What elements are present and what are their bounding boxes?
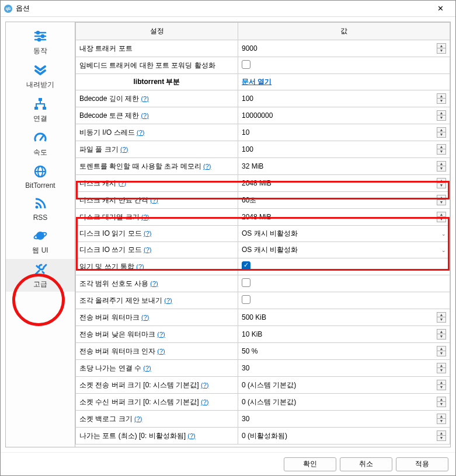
table-row: 디스크 캐시 (?)2048 MiB▲▼ [76, 175, 450, 192]
globe-icon [6, 164, 75, 180]
help-link[interactable]: (?) [119, 180, 126, 187]
spinner-buttons[interactable]: ▲▼ [437, 127, 446, 138]
spinner-buttons[interactable]: ▲▼ [437, 93, 446, 104]
svg-point-13 [36, 206, 39, 209]
spinner-buttons[interactable]: ▲▼ [437, 178, 446, 188]
help-link[interactable]: (?) [164, 297, 172, 304]
setting-value [238, 292, 450, 309]
help-link[interactable]: (?) [150, 280, 158, 287]
sidebar-item-label: 연결 [33, 114, 47, 123]
value-text[interactable]: 0 (비활성화됨) [242, 431, 287, 441]
spinner-buttons[interactable]: ▲▼ [437, 110, 446, 121]
sidebar-item-speed[interactable]: 속도 [6, 127, 75, 160]
value-text[interactable]: 0 (시스템 기본값) [242, 380, 296, 390]
value-text[interactable]: 32 MiB [242, 162, 263, 170]
value-text[interactable]: 9000 [242, 44, 257, 52]
apply-button[interactable]: 적용 [396, 457, 448, 471]
table-row: 전송 버퍼 낮은 워터마크 (?)10 KiB▲▼ [76, 326, 450, 343]
doc-link[interactable]: 문서 열기 [242, 78, 271, 86]
checkbox[interactable] [242, 60, 250, 69]
checkbox[interactable] [242, 261, 250, 270]
help-link[interactable]: (?) [203, 163, 211, 170]
svg-point-4 [41, 35, 44, 37]
sidebar-item-behavior[interactable]: 동작 [6, 26, 75, 58]
spinner-buttons[interactable]: ▲▼ [437, 329, 446, 340]
help-link[interactable]: (?) [157, 348, 165, 355]
chevron-down-icon[interactable]: ⌄ [441, 247, 446, 253]
setting-label: 디스크 캐시 만료 간격 (?) [76, 192, 238, 209]
value-text[interactable]: 30 [242, 415, 249, 423]
settings-panel: 설정 값 내장 트래커 포트9000▲▼임베디드 트래커에 대한 포트 포워딩 … [75, 22, 451, 447]
col-header-setting: 설정 [76, 23, 238, 40]
value-text[interactable]: 10 [242, 128, 249, 136]
table-row: 조각 범위 선호도 사용 (?) [76, 275, 450, 292]
help-link[interactable]: (?) [201, 398, 208, 405]
value-text[interactable]: 10000000 [242, 111, 273, 120]
close-icon[interactable]: ✕ [429, 4, 452, 13]
sidebar-item-webui[interactable]: 웹 UI [6, 225, 75, 258]
sidebar-item-advanced[interactable]: 고급 [6, 259, 75, 292]
value-text[interactable]: 500 KiB [242, 313, 266, 321]
help-link[interactable]: (?) [187, 432, 195, 439]
sidebar-item-label: 동작 [33, 47, 47, 55]
ok-button[interactable]: 확인 [284, 457, 336, 471]
sidebar-item-downloads[interactable]: 내려받기 [6, 60, 75, 92]
value-text[interactable]: 100 [242, 94, 253, 103]
help-link[interactable]: (?) [201, 382, 208, 388]
spinner-buttons[interactable]: ▲▼ [437, 212, 446, 222]
spinner-buttons[interactable]: ▲▼ [437, 380, 446, 390]
spinner-buttons[interactable]: ▲▼ [437, 414, 446, 424]
titlebar: 옵션 ✕ [1, 1, 455, 17]
value-text[interactable]: 0 (시스템 기본값) [242, 397, 296, 407]
help-link[interactable]: (?) [143, 365, 151, 372]
value-text[interactable]: 60초 [242, 195, 256, 205]
setting-value: OS 캐시 비활성화⌄ [238, 242, 450, 258]
setting-label: 조각 범위 선호도 사용 (?) [76, 275, 238, 292]
sidebar-item-label: 속도 [33, 148, 47, 156]
setting-value [238, 258, 450, 275]
spinner-buttons[interactable]: ▲▼ [437, 43, 446, 54]
chevron-down-icon[interactable]: ⌄ [441, 231, 446, 237]
setting-value: 30▲▼ [238, 360, 450, 377]
help-link[interactable]: (?) [144, 230, 151, 237]
svg-line-9 [40, 136, 43, 140]
spinner-buttons[interactable]: ▲▼ [437, 144, 446, 155]
help-link[interactable]: (?) [141, 95, 148, 102]
cancel-button[interactable]: 취소 [340, 457, 392, 471]
value-text[interactable]: 100 [242, 145, 253, 153]
spinner-buttons[interactable]: ▲▼ [437, 161, 446, 172]
spinner-buttons[interactable]: ▲▼ [437, 312, 446, 323]
help-link[interactable]: (?) [141, 214, 149, 220]
help-link[interactable]: (?) [136, 263, 144, 270]
help-link[interactable]: (?) [157, 331, 165, 338]
setting-label: 초당 나가는 연결 수 (?) [76, 360, 238, 377]
checkbox[interactable] [242, 295, 250, 304]
value-text[interactable]: 2048 MiB [242, 213, 271, 221]
help-link[interactable]: (?) [137, 129, 144, 136]
spinner-buttons[interactable]: ▲▼ [437, 363, 446, 373]
help-link[interactable]: (?) [120, 146, 128, 153]
help-link[interactable]: (?) [141, 314, 149, 321]
sidebar-item-bittorrent[interactable]: BitTorrent [6, 161, 75, 192]
select-value[interactable]: OS 캐시 비활성화 [242, 229, 298, 237]
table-row: 파일 풀 크기 (?)100▲▼ [76, 141, 450, 158]
help-link[interactable]: (?) [141, 112, 148, 119]
sidebar-item-connection[interactable]: 연결 [6, 93, 75, 126]
table-row: 읽기 및 쓰기 통합 (?) [76, 258, 450, 275]
value-text[interactable]: 30 [242, 364, 249, 372]
help-link[interactable]: (?) [144, 246, 151, 253]
help-link[interactable]: (?) [150, 197, 158, 204]
select-value[interactable]: OS 캐시 비활성화 [242, 246, 298, 254]
spinner-buttons[interactable]: ▲▼ [437, 397, 446, 407]
value-text[interactable]: 50 % [242, 347, 257, 355]
setting-label: 소켓 전송 버퍼 크기 [0: 시스템 기본값] (?) [76, 377, 238, 394]
sidebar-item-label: 고급 [33, 280, 47, 288]
help-link[interactable]: (?) [134, 415, 142, 422]
spinner-buttons[interactable]: ▲▼ [437, 346, 446, 356]
spinner-buttons[interactable]: ▲▼ [437, 195, 446, 205]
checkbox[interactable] [242, 278, 250, 287]
spinner-buttons[interactable]: ▲▼ [437, 430, 446, 441]
value-text[interactable]: 2048 MiB [242, 179, 271, 187]
value-text[interactable]: 10 KiB [242, 330, 262, 338]
sidebar-item-rss[interactable]: RSS [6, 193, 75, 224]
